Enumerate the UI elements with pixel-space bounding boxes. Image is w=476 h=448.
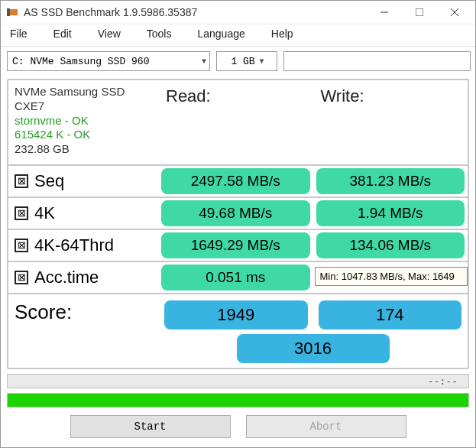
maximize-button[interactable]	[402, 1, 437, 24]
4k-write-value: 1.94 MB/s	[316, 200, 465, 226]
menu-file[interactable]: File	[5, 26, 32, 41]
abort-button: Abort	[246, 415, 406, 438]
menubar: File Edit View Tools Language Help	[1, 24, 475, 47]
score-read: 1949	[164, 300, 308, 330]
menu-help[interactable]: Help	[267, 26, 298, 41]
chevron-down-icon: ▼	[260, 57, 264, 66]
row-4k-64thrd: ⊠4K-64Thrd 1649.29 MB/s 134.06 MB/s	[8, 229, 468, 261]
drive-select[interactable]: C: NVMe Samsung SSD 960 ▼	[7, 51, 210, 71]
acc-label: Acc.time	[34, 268, 99, 287]
controls-row: C: NVMe Samsung SSD 960 ▼ 1 GB ▼	[1, 47, 475, 76]
button-row: Start Abort	[1, 407, 475, 447]
window-title: AS SSD Benchmark 1.9.5986.35387	[24, 6, 367, 18]
acc-read-value: 0.051 ms	[161, 265, 310, 291]
progress-time: --:--	[428, 375, 458, 387]
size-select[interactable]: 1 GB ▼	[216, 51, 277, 71]
row-seq: ⊠Seq 2497.58 MB/s 381.23 MB/s	[8, 164, 468, 196]
write-header: Write:	[313, 80, 468, 164]
4k64-read-value: 1649.29 MB/s	[161, 232, 310, 258]
chevron-down-icon: ▼	[202, 57, 206, 66]
row-4k: ⊠4K 49.68 MB/s 1.94 MB/s	[8, 196, 468, 229]
4k64-label: 4K-64Thrd	[34, 235, 114, 255]
start-button[interactable]: Start	[70, 415, 231, 438]
device-capacity: 232.88 GB	[15, 142, 152, 157]
minimize-button[interactable]	[367, 1, 402, 24]
svg-rect-1	[7, 8, 10, 16]
progress-bar-2	[7, 393, 469, 407]
4k-checkbox[interactable]: ⊠	[15, 206, 28, 220]
row-acc-time: ⊠Acc.time 0.051 ms Min: 1047.83 MB/s, Ma…	[8, 261, 468, 293]
4k64-write-value: 134.06 MB/s	[316, 232, 465, 258]
device-firmware: CXE7	[15, 99, 152, 114]
read-header: Read:	[158, 80, 313, 164]
results-panel: NVMe Samsung SSD CXE7 stornvme - OK 6154…	[7, 79, 469, 369]
score-total: 3016	[237, 334, 390, 363]
svg-rect-3	[416, 8, 423, 16]
seq-checkbox[interactable]: ⊠	[15, 174, 28, 188]
seq-label: Seq	[34, 171, 64, 191]
close-button[interactable]	[437, 1, 472, 24]
4k64-checkbox[interactable]: ⊠	[15, 239, 28, 252]
menu-view[interactable]: View	[93, 26, 125, 41]
device-info: NVMe Samsung SSD CXE7 stornvme - OK 6154…	[8, 80, 158, 164]
4k-read-value: 49.68 MB/s	[161, 200, 310, 226]
app-icon	[7, 6, 19, 18]
menu-edit[interactable]: Edit	[49, 26, 76, 41]
score-write: 174	[319, 300, 462, 330]
menu-language[interactable]: Language	[193, 26, 249, 41]
blank-field[interactable]	[283, 51, 471, 71]
menu-tools[interactable]: Tools	[142, 26, 176, 41]
device-name: NVMe Samsung SSD	[15, 85, 152, 99]
progress-bar-1: --:--	[7, 374, 469, 388]
size-select-value: 1 GB	[231, 56, 254, 67]
drive-select-value: C: NVMe Samsung SSD 960	[12, 56, 149, 67]
seq-write-value: 381.23 MB/s	[316, 168, 465, 194]
device-driver: stornvme - OK	[15, 114, 152, 128]
tooltip: Min: 1047.83 MB/s, Max: 1649	[315, 267, 468, 286]
device-alignment: 615424 K - OK	[15, 128, 152, 142]
row-score: Score: 1949 174 3016	[8, 293, 468, 368]
4k-label: 4K	[34, 203, 55, 223]
seq-read-value: 2497.58 MB/s	[161, 168, 310, 194]
titlebar: AS SSD Benchmark 1.9.5986.35387	[1, 1, 475, 24]
acc-checkbox[interactable]: ⊠	[15, 271, 28, 284]
score-label: Score:	[8, 296, 158, 368]
